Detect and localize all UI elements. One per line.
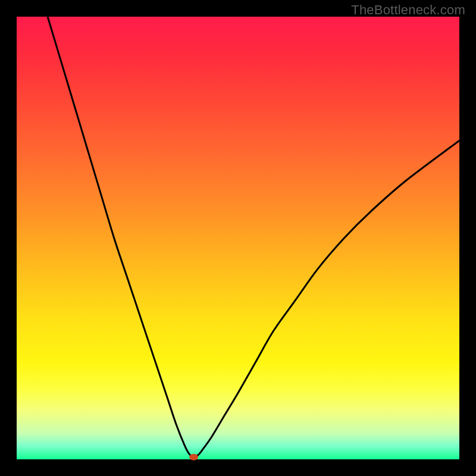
bottleneck-curve-line bbox=[48, 17, 459, 457]
curve-minimum-marker bbox=[190, 454, 198, 460]
chart-container: TheBottleneck.com bbox=[0, 0, 476, 476]
plot-area bbox=[17, 17, 459, 459]
bottleneck-curve-svg bbox=[17, 17, 459, 459]
watermark-text: TheBottleneck.com bbox=[351, 2, 465, 18]
